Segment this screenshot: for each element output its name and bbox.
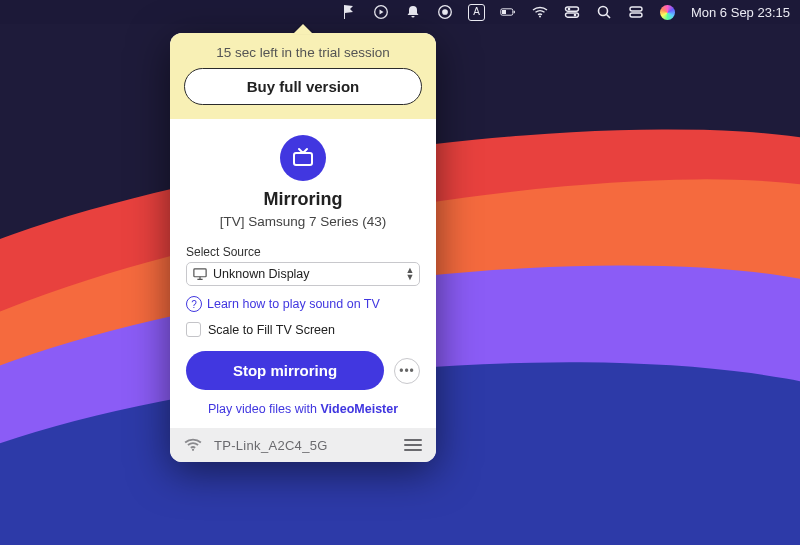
select-source-dropdown[interactable]: Unknown Display ▲▼ bbox=[186, 262, 420, 286]
learn-sound-link[interactable]: ? Learn how to play sound on TV bbox=[186, 296, 420, 312]
record-circle-icon[interactable] bbox=[436, 3, 454, 21]
trial-countdown-text: 15 sec left in the trial session bbox=[184, 45, 422, 60]
wifi-icon[interactable] bbox=[531, 3, 549, 21]
svg-rect-14 bbox=[294, 153, 312, 165]
svg-point-2 bbox=[443, 10, 447, 14]
trial-banner: 15 sec left in the trial session Buy ful… bbox=[170, 33, 436, 119]
scale-to-fill-label: Scale to Fill TV Screen bbox=[208, 323, 335, 337]
play-circle-icon[interactable] bbox=[372, 3, 390, 21]
svg-point-16 bbox=[192, 449, 194, 451]
svg-rect-8 bbox=[565, 13, 578, 17]
svg-point-10 bbox=[574, 14, 577, 17]
scale-to-fill-checkbox-row[interactable]: Scale to Fill TV Screen bbox=[186, 322, 420, 337]
select-source-value: Unknown Display bbox=[213, 267, 399, 281]
popover-footer: TP-Link_A2C4_5G bbox=[170, 428, 436, 462]
wifi-icon bbox=[184, 438, 202, 452]
macos-menubar: A Mon 6 Sep 23:15 bbox=[0, 0, 800, 24]
svg-rect-15 bbox=[194, 269, 206, 277]
battery-icon[interactable] bbox=[499, 3, 517, 21]
control-center-icon[interactable] bbox=[563, 3, 581, 21]
wifi-ssid: TP-Link_A2C4_5G bbox=[214, 438, 392, 453]
svg-rect-7 bbox=[565, 7, 578, 11]
siri-icon[interactable] bbox=[659, 3, 677, 21]
promo-prefix: Play video files with bbox=[208, 402, 321, 416]
svg-rect-13 bbox=[630, 13, 642, 17]
svg-rect-4 bbox=[502, 10, 506, 14]
toggles-icon[interactable] bbox=[627, 3, 645, 21]
promo-app-name: VideoMeister bbox=[320, 402, 398, 416]
input-a-icon[interactable]: A bbox=[468, 4, 485, 21]
mirroring-popover: 15 sec left in the trial session Buy ful… bbox=[170, 33, 436, 462]
spotlight-icon[interactable] bbox=[595, 3, 613, 21]
bell-icon[interactable] bbox=[404, 3, 422, 21]
buy-full-version-button[interactable]: Buy full version bbox=[184, 68, 422, 105]
tv-icon bbox=[280, 135, 326, 181]
mirroring-target-device: [TV] Samsung 7 Series (43) bbox=[186, 214, 420, 229]
menubar-datetime[interactable]: Mon 6 Sep 23:15 bbox=[691, 3, 790, 21]
stop-mirroring-button[interactable]: Stop mirroring bbox=[186, 351, 384, 390]
more-options-button[interactable]: ••• bbox=[394, 358, 420, 384]
svg-rect-5 bbox=[514, 11, 515, 13]
learn-sound-text: Learn how to play sound on TV bbox=[207, 297, 380, 311]
svg-point-6 bbox=[539, 16, 541, 18]
checkbox-unchecked[interactable] bbox=[186, 322, 201, 337]
help-icon: ? bbox=[186, 296, 202, 312]
svg-point-11 bbox=[598, 7, 607, 16]
select-source-label: Select Source bbox=[186, 245, 420, 259]
mirroring-title: Mirroring bbox=[186, 189, 420, 210]
svg-point-9 bbox=[568, 8, 571, 11]
videomeister-promo-link[interactable]: Play video files with VideoMeister bbox=[186, 402, 420, 416]
mirroring-main-panel: Mirroring [TV] Samsung 7 Series (43) Sel… bbox=[170, 119, 436, 428]
ellipsis-icon: ••• bbox=[399, 364, 415, 378]
svg-rect-12 bbox=[630, 7, 642, 11]
monitor-icon bbox=[193, 268, 207, 280]
popover-arrow bbox=[293, 24, 313, 34]
flag-icon[interactable] bbox=[340, 3, 358, 21]
chevron-up-down-icon: ▲▼ bbox=[405, 267, 415, 281]
menu-button[interactable] bbox=[404, 436, 422, 454]
